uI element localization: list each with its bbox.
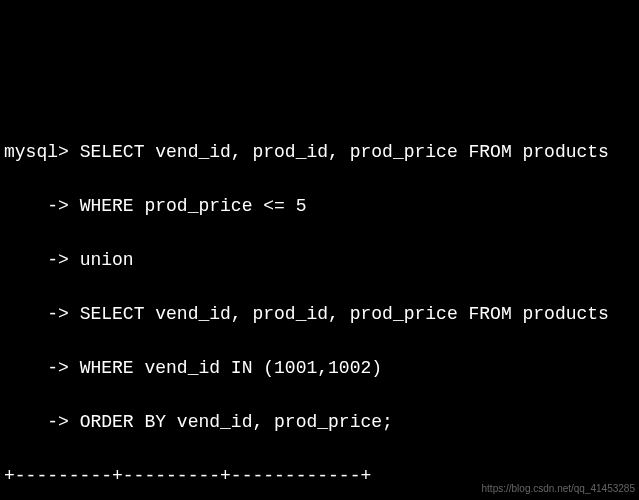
continuation-prompt: -> xyxy=(4,304,69,324)
continuation-prompt: -> xyxy=(4,412,69,432)
query-line-2: -> WHERE prod_price <= 5 xyxy=(4,193,635,220)
continuation-prompt: -> xyxy=(4,358,69,378)
terminal-output: mysql> SELECT vend_id, prod_id, prod_pri… xyxy=(4,112,635,500)
query-line-1: mysql> SELECT vend_id, prod_id, prod_pri… xyxy=(4,139,635,166)
query-line-6: -> ORDER BY vend_id, prod_price; xyxy=(4,409,635,436)
query-line-4: -> SELECT vend_id, prod_id, prod_price F… xyxy=(4,301,635,328)
continuation-prompt: -> xyxy=(4,196,69,216)
query-line-5: -> WHERE vend_id IN (1001,1002) xyxy=(4,355,635,382)
watermark-text: https://blog.csdn.net/qq_41453285 xyxy=(482,481,635,496)
mysql-prompt: mysql> xyxy=(4,142,69,162)
query-line-3: -> union xyxy=(4,247,635,274)
continuation-prompt: -> xyxy=(4,250,69,270)
